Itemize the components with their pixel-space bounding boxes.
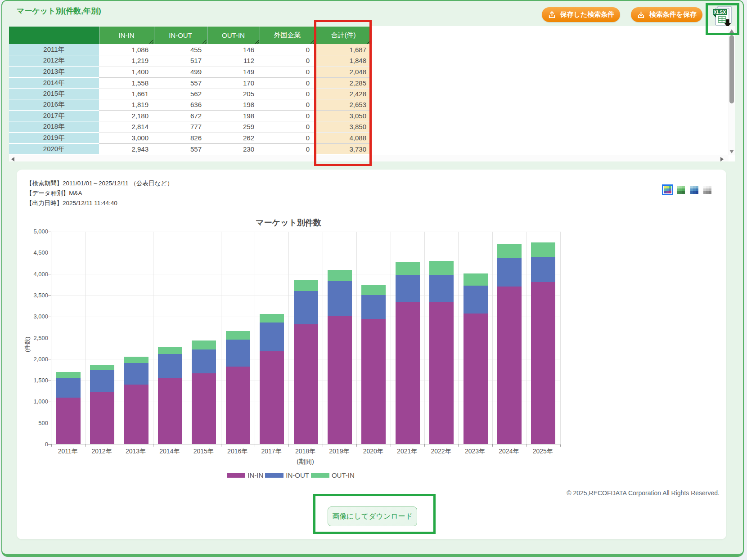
value-cell: 205 (207, 88, 260, 99)
total-cell: 2,653 (315, 99, 372, 111)
horizontal-scrollbar[interactable] (9, 155, 729, 161)
bar-segment-in-in (361, 319, 386, 444)
column-header[interactable]: IN-OUT (154, 27, 207, 44)
table-corner-header[interactable] (9, 27, 99, 44)
column-resize-handle-icon[interactable] (310, 40, 315, 44)
bar-segment-in-in (328, 316, 352, 444)
saved-search-conditions-label: 保存した検索条件 (560, 10, 615, 19)
total-cell: 4,088 (315, 132, 372, 143)
bar-segment-out-in (124, 357, 148, 363)
gridline (153, 232, 153, 444)
bar-segment-in-in (226, 367, 250, 444)
bar-segment-in-in (90, 392, 114, 444)
y-tick (48, 381, 51, 381)
palette-default-swatch[interactable] (662, 184, 673, 195)
value-cell: 636 (154, 99, 207, 111)
copyright-text: © 2025,RECOFDATA Corporation All Rights … (567, 489, 720, 497)
stacked-bar (429, 231, 454, 444)
vertical-scrollbar-thumb[interactable] (729, 35, 734, 103)
palette-green-swatch[interactable] (677, 186, 685, 194)
bar-segment-in-out (158, 354, 182, 378)
stacked-bar (531, 231, 555, 444)
year-cell: 2016年 (9, 99, 99, 111)
legend-item-in-in[interactable]: IN-IN (227, 471, 263, 479)
legend-label: IN-OUT (286, 471, 309, 479)
column-header[interactable]: 合計(件) (315, 27, 372, 44)
x-tick-label: 2021年 (390, 448, 424, 456)
gridline (221, 232, 221, 444)
column-header[interactable]: IN-IN (99, 27, 154, 44)
x-tick-label: 2023年 (458, 448, 492, 456)
value-cell: 557 (154, 77, 207, 89)
column-header[interactable]: OUT-IN (207, 27, 260, 44)
column-resize-handle-icon[interactable] (367, 40, 371, 44)
x-tick (85, 444, 86, 447)
legend-item-in-out[interactable]: IN-OUT (265, 471, 309, 479)
value-cell: 0 (260, 110, 315, 121)
palette-color-cell (669, 191, 671, 193)
bar-segment-in-out (294, 291, 318, 324)
download-as-image-button[interactable]: 画像にしてダウンロード (328, 506, 417, 526)
year-cell: 2018年 (9, 121, 99, 133)
x-tick (153, 444, 153, 447)
bar-segment-out-in (429, 261, 454, 275)
value-cell: 2,180 (99, 110, 154, 121)
y-tick (48, 253, 51, 253)
scroll-left-arrow-icon[interactable] (11, 157, 14, 161)
bar-segment-in-in (531, 282, 555, 444)
total-cell: 2,428 (315, 88, 372, 99)
table-row: 2011年1,08645514601,687 (9, 44, 372, 55)
column-header[interactable]: 外国企業 (260, 27, 315, 44)
y-tick (48, 232, 51, 232)
gridline (560, 232, 561, 444)
gridline (255, 232, 255, 444)
x-tick (424, 444, 425, 447)
saved-search-conditions-button[interactable]: 保存した検索条件 (542, 7, 620, 22)
bar-segment-in-in (396, 302, 420, 444)
bar-segment-in-out (90, 370, 114, 392)
bar-segment-in-in (429, 302, 454, 444)
value-cell: 499 (154, 66, 207, 77)
column-resize-handle-icon[interactable] (255, 40, 259, 44)
value-cell: 3,000 (99, 132, 154, 143)
stacked-bar (158, 231, 182, 444)
scroll-up-arrow-icon[interactable] (729, 29, 734, 33)
stacked-bar (90, 231, 114, 444)
x-tick-label: 2019年 (322, 448, 356, 456)
total-cell: 3,730 (315, 143, 372, 155)
x-tick-label: 2011年 (51, 448, 85, 456)
y-tick-label: 2,000 (17, 356, 48, 363)
x-tick-label: 2016年 (220, 448, 254, 456)
palette-gray-swatch[interactable] (703, 186, 711, 194)
year-cell: 2013年 (9, 66, 99, 77)
bar-segment-in-out (124, 363, 148, 384)
page-title: マーケット別(件数,年別) (17, 6, 101, 16)
column-resize-handle-icon[interactable] (149, 40, 153, 44)
value-cell: 0 (260, 143, 315, 155)
value-cell: 2,943 (99, 143, 154, 155)
x-tick (458, 444, 459, 447)
year-cell: 2012年 (9, 55, 99, 67)
legend-item-out-in[interactable]: OUT-IN (311, 471, 355, 479)
column-resize-handle-icon[interactable] (202, 40, 207, 44)
palette-blue-swatch[interactable] (690, 186, 698, 194)
table-row: 2020年2,94355723003,730 (9, 143, 372, 155)
bar-segment-out-in (328, 270, 352, 281)
y-tick (48, 423, 51, 423)
scroll-right-arrow-icon[interactable] (720, 157, 724, 161)
value-cell: 1,558 (99, 77, 154, 89)
value-cell: 1,819 (99, 99, 154, 111)
scroll-down-arrow-icon[interactable] (729, 150, 734, 153)
y-tick-label: 5,000 (17, 228, 48, 235)
chart-title: マーケット別件数 (17, 217, 560, 228)
x-tick-label: 2024年 (492, 448, 526, 456)
palette-color-cell (709, 191, 711, 194)
value-cell: 1,661 (99, 88, 154, 99)
stacked-bar (497, 231, 522, 444)
stacked-bar (396, 231, 420, 444)
table-row: 2019年3,00082626204,088 (9, 132, 372, 143)
stacked-bar (294, 231, 318, 444)
table-row: 2014年1,55855717002,285 (9, 77, 372, 89)
save-search-conditions-button[interactable]: 検索条件を保存 (631, 7, 702, 22)
table-row: 2012年1,21951711201,848 (9, 55, 372, 67)
